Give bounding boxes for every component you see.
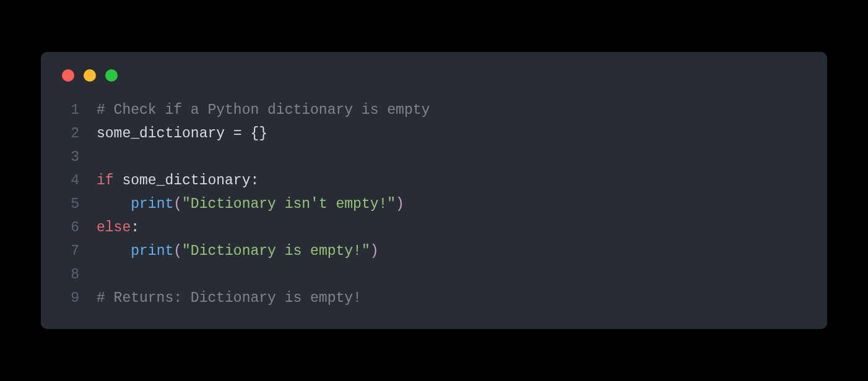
- line-number: 6: [59, 216, 79, 240]
- code-token: "Dictionary isn't empty!": [182, 196, 396, 212]
- code-area[interactable]: 1# Check if a Python dictionary is empty…: [59, 99, 809, 310]
- code-token: "Dictionary is empty!": [182, 243, 370, 259]
- code-token: some_dictionary:: [114, 173, 259, 189]
- code-token: if: [97, 173, 114, 189]
- line-number: 5: [59, 193, 79, 216]
- line-content: else:: [97, 216, 139, 240]
- code-line: 8: [59, 263, 809, 287]
- code-line: 1# Check if a Python dictionary is empty: [59, 99, 809, 122]
- code-token: print: [131, 196, 173, 212]
- code-token: (: [173, 243, 182, 259]
- code-token: {}: [242, 126, 267, 142]
- code-token: ): [396, 196, 404, 212]
- minimize-icon[interactable]: [84, 69, 96, 82]
- code-token: =: [233, 126, 242, 142]
- line-number: 8: [59, 263, 79, 287]
- code-token: ): [370, 243, 379, 259]
- code-line: 6else:: [59, 216, 809, 240]
- code-editor-window: 1# Check if a Python dictionary is empty…: [41, 52, 827, 328]
- code-token: :: [131, 220, 139, 236]
- line-content: [97, 263, 105, 287]
- code-line: 9# Returns: Dictionary is empty!: [59, 287, 809, 310]
- code-token: print: [131, 243, 173, 259]
- code-line: 4if some_dictionary:: [59, 169, 809, 193]
- code-token: # Check if a Python dictionary is empty: [97, 102, 430, 118]
- code-line: 3: [59, 146, 809, 169]
- line-content: some_dictionary = {}: [97, 122, 267, 146]
- line-number: 4: [59, 169, 79, 193]
- line-content: print("Dictionary is empty!"): [97, 240, 379, 263]
- close-icon[interactable]: [62, 69, 74, 82]
- line-content: print("Dictionary isn't empty!"): [97, 193, 404, 216]
- window-controls: [59, 69, 809, 82]
- code-token: else: [97, 220, 131, 236]
- line-content: # Returns: Dictionary is empty!: [97, 287, 362, 310]
- line-number: 9: [59, 287, 79, 310]
- code-token: # Returns: Dictionary is empty!: [97, 290, 362, 306]
- line-number: 3: [59, 146, 79, 169]
- code-line: 7 print("Dictionary is empty!"): [59, 240, 809, 263]
- line-content: if some_dictionary:: [97, 169, 259, 193]
- maximize-icon[interactable]: [105, 69, 118, 82]
- code-line: 2some_dictionary = {}: [59, 122, 809, 146]
- line-number: 7: [59, 240, 79, 263]
- code-token: some_dictionary: [97, 126, 233, 142]
- line-number: 1: [59, 99, 79, 122]
- code-token: [97, 196, 131, 212]
- code-line: 5 print("Dictionary isn't empty!"): [59, 193, 809, 216]
- code-token: (: [173, 196, 182, 212]
- line-content: [97, 146, 105, 169]
- line-number: 2: [59, 122, 79, 146]
- code-token: [97, 243, 131, 259]
- line-content: # Check if a Python dictionary is empty: [97, 99, 430, 122]
